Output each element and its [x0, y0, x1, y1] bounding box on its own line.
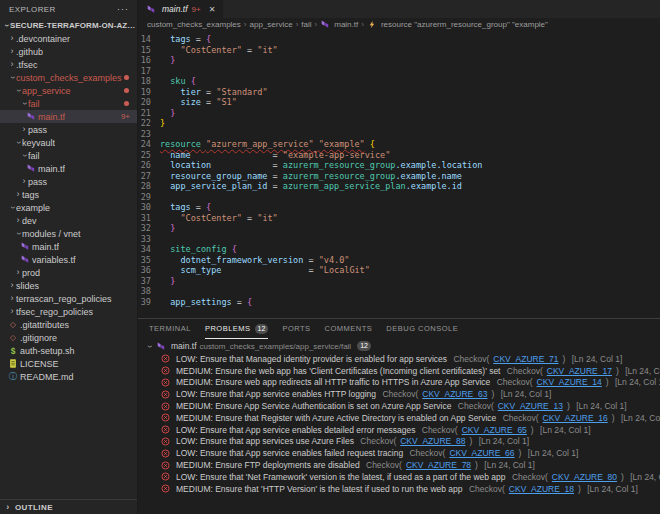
problem-row[interactable]: LOW: Ensure that App service enables det…: [138, 424, 660, 436]
problem-code-link[interactable]: CKV_AZURE_66: [449, 448, 514, 458]
problem-code-link[interactable]: CKV_AZURE_78: [406, 460, 471, 470]
error-icon: [160, 402, 170, 411]
problem-code-link[interactable]: CKV_AZURE_63: [422, 389, 487, 399]
problems-file-group[interactable]: › main.tf custom_checks_examples/app_ser…: [138, 339, 660, 353]
problem-row[interactable]: MEDIUM: Ensure that 'HTTP Version' is th…: [138, 483, 660, 495]
tree-item-modules-vnet[interactable]: ›modules / vnet: [0, 227, 137, 240]
line-number: 21: [138, 108, 160, 119]
code-line: 23: [138, 129, 660, 140]
tree-item-github[interactable]: ›.github: [0, 45, 137, 58]
problem-row[interactable]: LOW: Ensure that 'Net Framework' version…: [138, 471, 660, 483]
tree-item-fail[interactable]: ›fail: [0, 149, 137, 162]
chevron-down-icon: ›: [20, 152, 29, 160]
outline-section-header[interactable]: › OUTLINE: [0, 499, 137, 514]
tree-item-variables-tf[interactable]: variables.tf: [0, 253, 137, 266]
tree-item-example[interactable]: ›example: [0, 201, 137, 214]
tree-item-readme-md[interactable]: ⓘREADME.md: [0, 370, 137, 383]
tree-item-label: .devcontainer: [16, 34, 70, 44]
panel-tab-comments[interactable]: COMMENTS: [325, 319, 373, 339]
line-number: 29: [138, 192, 160, 203]
tree-item-label: README.md: [20, 372, 74, 382]
code-area[interactable]: 14 tags = {15 "CostCenter" = "it"16 }171…: [138, 31, 660, 318]
problem-code-link[interactable]: CKV_AZURE_65: [462, 425, 527, 435]
problem-row[interactable]: MEDIUM: Ensure that Register with Azure …: [138, 412, 660, 424]
tree-item-devcontainer[interactable]: ›.devcontainer: [0, 32, 137, 45]
breadcrumb-item-custom-checks-examples[interactable]: custom_checks_examples: [147, 20, 241, 29]
problem-source-paren: ): [491, 389, 494, 399]
tab-main-tf[interactable]: main.tf 9+ ✕: [138, 0, 223, 18]
breadcrumb-item-main-tf[interactable]: main.tf: [320, 20, 358, 29]
breadcrumb-item-resource-azurerm-resource-grou[interactable]: resource "azurerm_resource_group" "examp…: [367, 20, 548, 29]
terraform-icon: [320, 20, 330, 29]
tree-item-fail[interactable]: ›fail: [0, 97, 137, 110]
tree-item-prod[interactable]: ›prod: [0, 266, 137, 279]
breadcrumb-separator: ›: [315, 20, 318, 29]
tree-item-pass[interactable]: ›pass: [0, 123, 137, 136]
tree-item-tfsec[interactable]: ›.tfsec: [0, 58, 137, 71]
problem-code-link[interactable]: CKV_AZURE_13: [498, 401, 563, 411]
error-icon: [160, 484, 170, 493]
tree-item-tags[interactable]: ›tags: [0, 188, 137, 201]
problem-source-paren: ): [519, 448, 522, 458]
tree-item-terrascan-rego-policies[interactable]: ›terrascan_rego_policies: [0, 292, 137, 305]
problem-source: Checkov(: [467, 484, 505, 494]
tree-item-keyvault[interactable]: ›keyvault: [0, 136, 137, 149]
tree-item-main-tf[interactable]: main.tf: [0, 240, 137, 253]
code-line: 38: [138, 286, 660, 297]
shell-icon: $: [8, 346, 18, 356]
problem-message: MEDIUM: Ensure that Register with Azure …: [176, 413, 496, 423]
explorer-sidebar: EXPLORER ··· ›SECURE-TERRAFORM-ON-AZURE …: [0, 0, 138, 514]
tree-item-custom-checks-examples[interactable]: ›custom_checks_examples: [0, 71, 137, 84]
code-text: resource_group_name = azurerm_resource_g…: [160, 171, 462, 182]
tree-item-secure-terraform-on-azure-dev[interactable]: ›SECURE-TERRAFORM-ON-AZURE [DEV ...: [0, 19, 137, 32]
tree-item-main-tf[interactable]: main.tf: [0, 162, 137, 175]
chevron-right-icon: ›: [20, 177, 28, 186]
line-number: 15: [138, 45, 160, 56]
panel-tab-debug-console[interactable]: DEBUG CONSOLE: [386, 319, 458, 339]
chevron-down-icon: ›: [8, 74, 17, 82]
tree-item-dev[interactable]: ›dev: [0, 214, 137, 227]
panel-tab-problems[interactable]: PROBLEMS12: [205, 319, 268, 339]
tree-item-tfsec-rego-policies[interactable]: ›tfsec_rego_policies: [0, 305, 137, 318]
problem-message: LOW: Ensure that app services use Azure …: [176, 436, 354, 446]
code-line: 20 size = "S1": [138, 97, 660, 108]
tree-item-slides[interactable]: ›slides: [0, 279, 137, 292]
tree-item-app-service[interactable]: ›app_service: [0, 84, 137, 97]
problem-row[interactable]: LOW: Ensure that Managed identity provid…: [138, 353, 660, 365]
problem-code-link[interactable]: CKV_AZURE_80: [552, 472, 617, 482]
terraform-icon: [26, 164, 36, 173]
tree-item-gitattributes[interactable]: .gitattributes: [0, 318, 137, 331]
breadcrumb-separator: ›: [296, 20, 299, 29]
tree-item-label: example: [16, 203, 50, 213]
tree-item-main-tf[interactable]: main.tf9+: [0, 110, 137, 123]
problem-row[interactable]: MEDIUM: Ensure App Service Authenticatio…: [138, 400, 660, 412]
problem-row[interactable]: MEDIUM: Ensure web app redirects all HTT…: [138, 377, 660, 389]
tree-item-gitignore[interactable]: .gitignore: [0, 331, 137, 344]
problem-code-link[interactable]: CKV_AZURE_16: [543, 413, 608, 423]
panel-tab-terminal[interactable]: TERMINAL: [149, 319, 191, 339]
tree-item-auth-setup-sh[interactable]: $auth-setup.sh: [0, 344, 137, 357]
problem-row[interactable]: MEDIUM: Ensure the web app has 'Client C…: [138, 365, 660, 377]
tree-item-pass[interactable]: ›pass: [0, 175, 137, 188]
problem-row[interactable]: LOW: Ensure that app services use Azure …: [138, 436, 660, 448]
problem-code-link[interactable]: CKV_AZURE_88: [400, 436, 465, 446]
problem-location: [Ln 24, Col 1]: [525, 448, 578, 458]
problem-row[interactable]: MEDIUM: Ensure FTP deployments are disab…: [138, 459, 660, 471]
panel-tab-label: PROBLEMS: [205, 324, 251, 333]
problem-row[interactable]: LOW: Ensure that App service enables HTT…: [138, 388, 660, 400]
problem-code-link[interactable]: CKV_AZURE_71: [493, 354, 558, 364]
more-actions-icon[interactable]: ···: [117, 4, 129, 14]
tree-item-license[interactable]: LICENSE: [0, 357, 137, 370]
problem-code-link[interactable]: CKV_AZURE_14: [537, 377, 602, 387]
code-text: }: [160, 223, 175, 234]
problem-code-link[interactable]: CKV_AZURE_18: [509, 484, 574, 494]
problem-source: Checkov(: [364, 460, 402, 470]
breadcrumb-item-app-service[interactable]: app_service: [250, 20, 293, 29]
problem-row[interactable]: LOW: Ensure that App service enables fai…: [138, 447, 660, 459]
panel-tab-ports[interactable]: PORTS: [282, 319, 310, 339]
line-number: 39: [138, 297, 160, 308]
close-icon[interactable]: ✕: [209, 5, 216, 14]
code-text: }: [160, 108, 175, 119]
problem-code-link[interactable]: CKV_AZURE_17: [547, 366, 612, 376]
breadcrumb-item-fail[interactable]: fail: [301, 20, 311, 29]
